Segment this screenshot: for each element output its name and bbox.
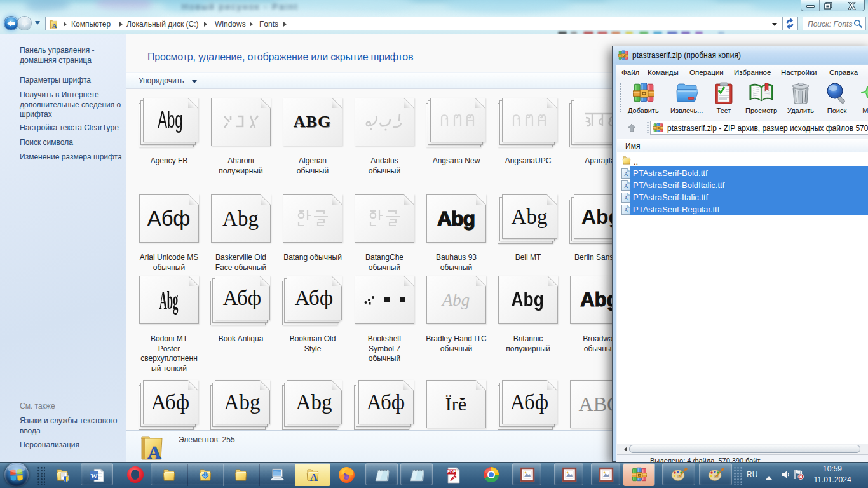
svg-text:A: A xyxy=(147,442,161,462)
svg-text:W: W xyxy=(91,472,98,480)
svg-text:A: A xyxy=(52,22,57,29)
svg-text:A: A xyxy=(310,471,318,482)
